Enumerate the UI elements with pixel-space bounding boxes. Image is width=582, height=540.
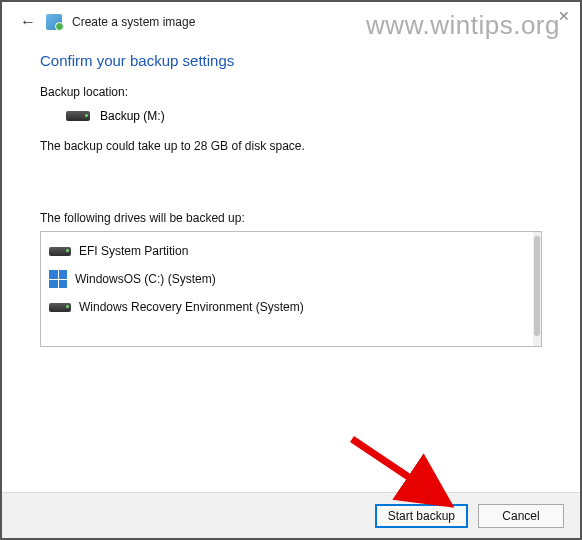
drives-list-label: The following drives will be backed up:	[40, 211, 542, 225]
page-heading: Confirm your backup settings	[40, 52, 542, 69]
content-area: Confirm your backup settings Backup loca…	[2, 38, 580, 347]
list-item[interactable]: EFI System Partition	[49, 238, 533, 264]
back-arrow-icon[interactable]: ←	[20, 14, 36, 30]
window-header: ← Create a system image	[2, 2, 580, 38]
cancel-button[interactable]: Cancel	[478, 504, 564, 528]
backup-location-row: Backup (M:)	[40, 109, 542, 123]
list-item[interactable]: WindowsOS (C:) (System)	[49, 264, 533, 294]
dialog-footer: Start backup Cancel	[2, 492, 580, 538]
space-estimate-text: The backup could take up to 28 GB of dis…	[40, 139, 542, 153]
drive-icon	[49, 303, 71, 312]
scrollbar-thumb[interactable]	[534, 236, 540, 336]
drive-name: EFI System Partition	[79, 244, 188, 258]
list-item[interactable]: Windows Recovery Environment (System)	[49, 294, 533, 320]
drive-name: WindowsOS (C:) (System)	[75, 272, 216, 286]
backup-location-label: Backup location:	[40, 85, 542, 99]
backup-location-value: Backup (M:)	[100, 109, 165, 123]
drive-icon	[66, 111, 90, 121]
windows-logo-icon	[49, 270, 67, 288]
drives-list: EFI System Partition WindowsOS (C:) (Sys…	[40, 231, 542, 347]
scrollbar-track[interactable]	[533, 232, 541, 346]
close-icon[interactable]: ✕	[558, 8, 570, 24]
window-title: Create a system image	[72, 15, 195, 29]
drive-icon	[49, 247, 71, 256]
system-image-icon	[46, 14, 62, 30]
drive-name: Windows Recovery Environment (System)	[79, 300, 304, 314]
start-backup-button[interactable]: Start backup	[375, 504, 468, 528]
